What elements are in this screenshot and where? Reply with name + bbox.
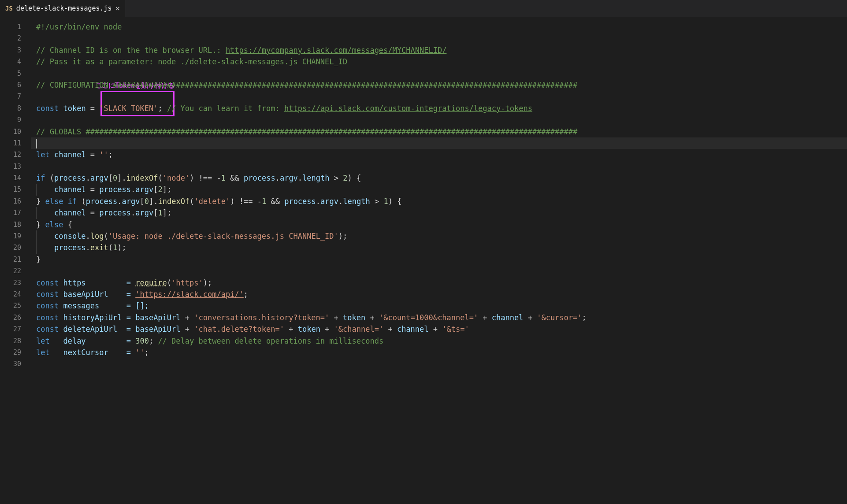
code-line: let channel = ''; — [31, 149, 847, 160]
code-line — [31, 33, 847, 44]
line-number: 9 — [0, 114, 31, 126]
editor-area[interactable]: 1 2 3 4 5 6 7 8 9 10 11 12 13 14 15 16 1… — [0, 17, 847, 504]
text-cursor — [36, 139, 37, 148]
line-number: 14 — [0, 172, 31, 184]
line-number-gutter: 1 2 3 4 5 6 7 8 9 10 11 12 13 14 15 16 1… — [0, 17, 31, 504]
code-line: const https = require('https'); — [31, 277, 847, 289]
line-number: 11 — [0, 137, 31, 149]
code-line: const token = 'SLACK TOKEN'; // You can … — [31, 103, 847, 114]
code-line: } else { — [31, 219, 847, 230]
line-number: 5 — [0, 68, 31, 79]
code-line: } — [31, 254, 847, 265]
line-number: 17 — [0, 207, 31, 219]
code-line: let nextCursor = ''; — [31, 347, 847, 358]
close-icon[interactable]: × — [115, 4, 120, 12]
line-number: 1 — [0, 21, 31, 33]
line-number: 18 — [0, 219, 31, 230]
line-number: 27 — [0, 323, 31, 335]
line-number: 22 — [0, 265, 31, 277]
js-file-icon: JS — [5, 5, 13, 12]
code-line: if (process.argv[0].indexOf('node') !== … — [31, 172, 847, 184]
tab-title: delete-slack-messages.js — [16, 4, 112, 12]
code-line — [31, 91, 847, 102]
line-number: 15 — [0, 184, 31, 195]
code-line: channel = process.argv[1]; — [31, 207, 847, 219]
code-line — [31, 68, 847, 79]
line-number: 13 — [0, 161, 31, 172]
code-line: const historyApiUrl = baseApiUrl + 'conv… — [31, 312, 847, 323]
line-number: 26 — [0, 312, 31, 323]
code-line — [31, 161, 847, 172]
line-number: 23 — [0, 277, 31, 289]
line-number: 24 — [0, 289, 31, 300]
line-number: 4 — [0, 56, 31, 67]
code-line — [31, 265, 847, 277]
code-content[interactable]: ここにTokenを貼り付ける #!/usr/bin/env node // Ch… — [31, 17, 847, 504]
line-number: 28 — [0, 335, 31, 347]
tab-bar: JS delete-slack-messages.js × — [0, 0, 847, 17]
code-line: // CONFIGURATION #######################… — [31, 79, 847, 91]
line-number: 21 — [0, 254, 31, 265]
line-number: 16 — [0, 196, 31, 207]
code-line: const baseApiUrl = 'https://slack.com/ap… — [31, 289, 847, 300]
code-line: channel = process.argv[2]; — [31, 184, 847, 195]
line-number: 25 — [0, 300, 31, 311]
code-line — [31, 114, 847, 126]
code-line — [31, 358, 847, 370]
line-number: 3 — [0, 44, 31, 56]
file-tab[interactable]: JS delete-slack-messages.js × — [0, 0, 126, 17]
code-line: const deleteApiUrl = baseApiUrl + 'chat.… — [31, 323, 847, 335]
line-number: 10 — [0, 126, 31, 137]
code-line: const messages = []; — [31, 300, 847, 311]
code-line: #!/usr/bin/env node — [31, 21, 847, 33]
line-number: 6 — [0, 79, 31, 91]
code-line: console.log('Usage: node ./delete-slack-… — [31, 230, 847, 242]
line-number: 7 — [0, 91, 31, 102]
line-number: 2 — [0, 33, 31, 44]
line-number: 29 — [0, 347, 31, 358]
code-line: // GLOBALS #############################… — [31, 126, 847, 137]
code-line: } else if (process.argv[0].indexOf('dele… — [31, 196, 847, 207]
line-number: 12 — [0, 149, 31, 160]
code-line-current — [31, 137, 847, 149]
line-number: 30 — [0, 358, 31, 370]
code-line: process.exit(1); — [31, 242, 847, 253]
line-number: 20 — [0, 242, 31, 253]
line-number: 8 — [0, 103, 31, 114]
code-line: let delay = 300; // Delay between delete… — [31, 335, 847, 347]
line-number: 19 — [0, 230, 31, 242]
code-line: // Channel ID is on the the browser URL.… — [31, 44, 847, 56]
code-line: // Pass it as a parameter: node ./delete… — [31, 56, 847, 67]
